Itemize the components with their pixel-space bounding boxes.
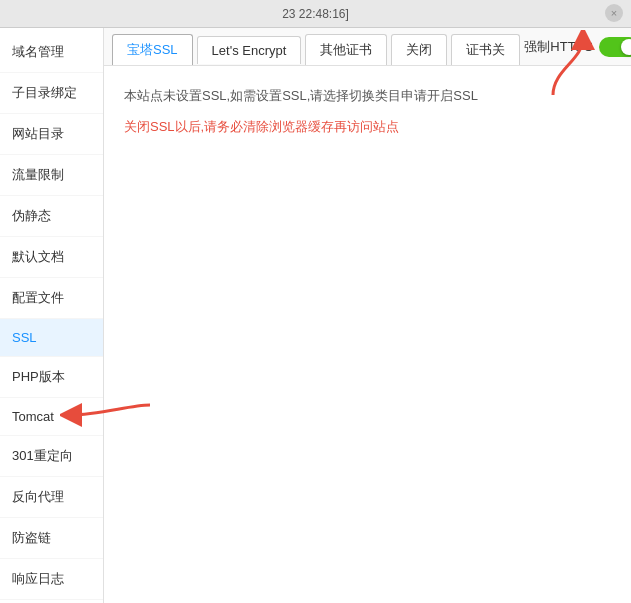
sidebar-item-default-doc[interactable]: 默认文档 — [0, 237, 103, 278]
sidebar-item-log[interactable]: 响应日志 — [0, 559, 103, 600]
force-https-label: 强制HTTPS — [524, 38, 593, 56]
sidebar-item-redirect[interactable]: 301重定向 — [0, 436, 103, 477]
close-button[interactable]: × — [605, 4, 623, 22]
force-https-area: 强制HTTPS — [524, 37, 631, 63]
sidebar-item-config[interactable]: 配置文件 — [0, 278, 103, 319]
sidebar-item-reverse-proxy[interactable]: 反向代理 — [0, 477, 103, 518]
info-text: 本站点未设置SSL,如需设置SSL,请选择切换类目申请开启SSL — [124, 86, 611, 107]
tab-close[interactable]: 关闭 — [391, 34, 447, 65]
sidebar-item-php[interactable]: PHP版本 — [0, 357, 103, 398]
content-area: 宝塔SSLLet's Encrypt其他证书关闭证书关强制HTTPS 本站点未设… — [104, 28, 631, 603]
sidebar-item-subdir[interactable]: 子目录绑定 — [0, 73, 103, 114]
main-container: 域名管理子目录绑定网站目录流量限制伪静态默认文档配置文件SSLPHP版本Tomc… — [0, 28, 631, 603]
title-text: 23 22:48:16] — [282, 7, 349, 21]
tab-other-cert[interactable]: 其他证书 — [305, 34, 387, 65]
sidebar-item-traffic[interactable]: 流量限制 — [0, 155, 103, 196]
sidebar-item-hotlink[interactable]: 防盗链 — [0, 518, 103, 559]
tab-lets-encrypt[interactable]: Let's Encrypt — [197, 36, 302, 64]
tab-bar: 宝塔SSLLet's Encrypt其他证书关闭证书关强制HTTPS — [104, 28, 631, 66]
tab-bt-ssl[interactable]: 宝塔SSL — [112, 34, 193, 65]
sidebar-item-tomcat[interactable]: Tomcat — [0, 398, 103, 436]
warning-text: 关闭SSL以后,请务必清除浏览器缓存再访问站点 — [124, 117, 611, 138]
sidebar-item-rewrite[interactable]: 伪静态 — [0, 196, 103, 237]
content-body: 本站点未设置SSL,如需设置SSL,请选择切换类目申请开启SSL 关闭SSL以后… — [104, 66, 631, 158]
sidebar-item-domain[interactable]: 域名管理 — [0, 32, 103, 73]
sidebar: 域名管理子目录绑定网站目录流量限制伪静态默认文档配置文件SSLPHP版本Tomc… — [0, 28, 104, 603]
tab-cert-off[interactable]: 证书关 — [451, 34, 520, 65]
force-https-toggle[interactable] — [599, 37, 631, 57]
sidebar-item-webdir[interactable]: 网站目录 — [0, 114, 103, 155]
sidebar-item-ssl[interactable]: SSL — [0, 319, 103, 357]
top-bar: 23 22:48:16] × — [0, 0, 631, 28]
